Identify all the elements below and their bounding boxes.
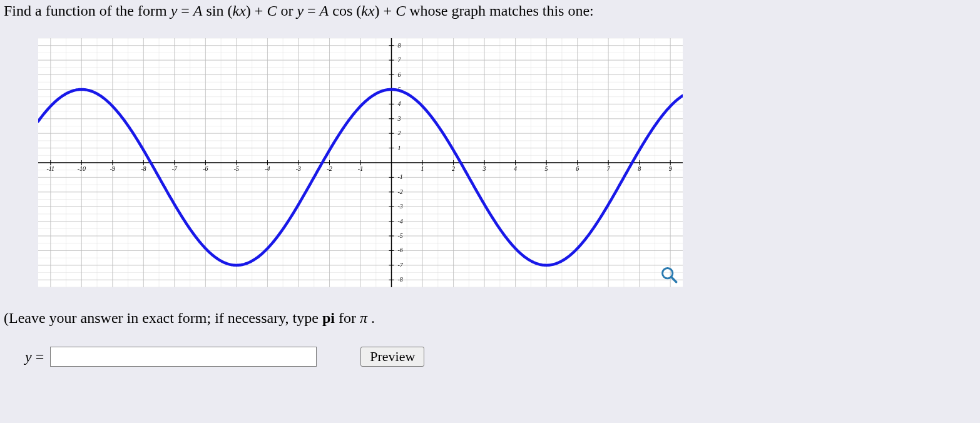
svg-text:8: 8 (398, 42, 401, 49)
zoom-icon[interactable] (660, 266, 678, 283)
svg-text:-5: -5 (234, 165, 239, 172)
instr-period: . (371, 310, 375, 326)
svg-text:-2: -2 (398, 188, 403, 195)
svg-text:-4: -4 (398, 218, 403, 225)
svg-text:-2: -2 (327, 165, 332, 172)
svg-text:9: 9 (669, 165, 672, 172)
svg-text:-7: -7 (172, 165, 178, 172)
instruction-text: (Leave your answer in exact form; if nec… (4, 310, 976, 327)
svg-text:-8: -8 (141, 165, 146, 172)
func-cos: cos (332, 3, 352, 19)
instr-prefix: (Leave your answer in exact form; if nec… (4, 310, 322, 326)
svg-text:3: 3 (482, 165, 486, 172)
plusC-2: + C (384, 3, 406, 19)
svg-text:-3: -3 (296, 165, 301, 172)
eq-1: = (181, 3, 193, 19)
or-text: or (280, 3, 297, 19)
var-A-1: A (193, 3, 203, 19)
svg-text:2: 2 (398, 130, 401, 136)
svg-text:-9: -9 (110, 165, 115, 172)
svg-text:-6: -6 (398, 247, 403, 253)
problem-prompt: Find a function of the form y = A sin (k… (4, 3, 976, 19)
answer-label: y = (25, 349, 44, 365)
svg-text:3: 3 (397, 115, 401, 122)
function-graph: -11-10-9-8-7-6-5-4-3-2-1123456789-8-7-6-… (38, 38, 683, 287)
svg-text:-1: -1 (398, 173, 403, 180)
instr-mid: for (339, 310, 360, 326)
prompt-text-1: Find a function of the form (4, 3, 171, 19)
svg-text:1: 1 (398, 145, 401, 151)
var-y-2: y (297, 3, 304, 19)
func-sin: sin (207, 3, 224, 19)
svg-text:1: 1 (421, 165, 424, 172)
svg-text:2: 2 (452, 165, 455, 172)
svg-text:4: 4 (514, 165, 517, 172)
arg-2: (kx) (356, 3, 379, 19)
answer-input[interactable] (50, 347, 317, 367)
svg-text:-6: -6 (203, 165, 208, 172)
svg-text:-8: -8 (398, 276, 403, 283)
svg-text:-11: -11 (47, 165, 55, 172)
svg-text:5: 5 (545, 165, 548, 172)
svg-text:8: 8 (638, 165, 641, 172)
pi-bold: pi (322, 310, 335, 326)
svg-text:-10: -10 (78, 165, 86, 172)
eq-2: = (307, 3, 320, 19)
svg-text:-3: -3 (398, 203, 403, 210)
svg-text:-4: -4 (265, 165, 270, 172)
answer-row: y = Preview (25, 347, 976, 367)
var-y-1: y (171, 3, 178, 19)
plusC-1: + C (255, 3, 277, 19)
svg-line-190 (671, 277, 676, 282)
svg-text:-5: -5 (398, 232, 403, 239)
svg-text:4: 4 (398, 100, 401, 107)
preview-button[interactable]: Preview (360, 347, 424, 367)
arg-1: (kx) (228, 3, 251, 19)
svg-text:6: 6 (576, 165, 579, 172)
prompt-suffix: whose graph matches this one: (409, 3, 594, 19)
pi-symbol: π (360, 310, 367, 326)
svg-text:-1: -1 (358, 165, 363, 172)
svg-text:-7: -7 (398, 262, 404, 268)
svg-text:6: 6 (398, 71, 401, 78)
var-A-2: A (320, 3, 329, 19)
